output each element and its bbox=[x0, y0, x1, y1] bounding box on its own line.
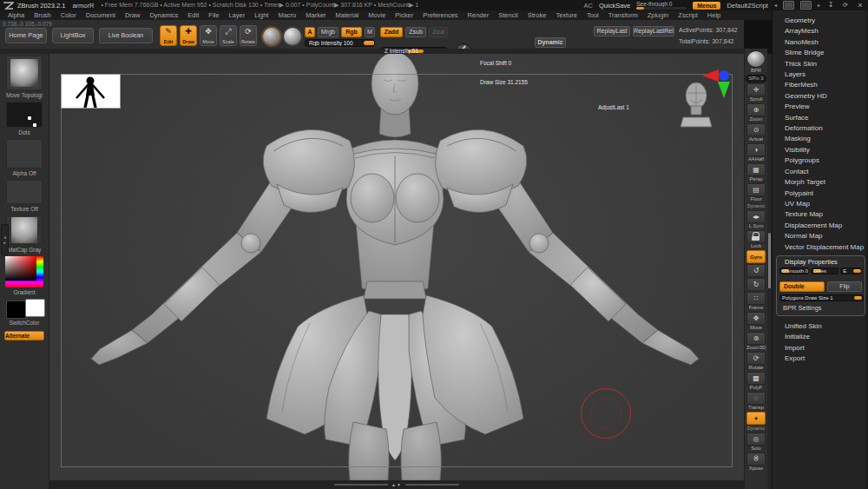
tray-thumbnail[interactable] bbox=[6, 56, 43, 90]
menu-item[interactable]: Transform bbox=[608, 11, 638, 19]
draw-size-slider[interactable]: Draw Size 31.2155 bbox=[476, 78, 531, 86]
gyro-button[interactable]: Gyro bbox=[746, 250, 766, 263]
tool-palette-section[interactable]: Morph Target bbox=[773, 177, 868, 188]
aahalf-button[interactable]: ◑ AAHalf bbox=[746, 143, 766, 162]
menus-button[interactable]: Menus bbox=[693, 2, 720, 10]
floor-button[interactable]: ▤ Floor bbox=[746, 183, 766, 202]
tool-palette-section[interactable]: Contact bbox=[773, 167, 868, 177]
tool-palette-section[interactable]: Layers bbox=[773, 69, 868, 80]
replay-last-button[interactable]: ReplayLast bbox=[594, 26, 630, 36]
mrgb-button[interactable]: Mrgb bbox=[318, 27, 339, 37]
close-icon[interactable] bbox=[856, 1, 865, 10]
menu-item[interactable]: Zscript bbox=[678, 11, 698, 19]
tool-palette-section[interactable]: Export bbox=[773, 354, 868, 364]
flip-button[interactable]: Flip bbox=[827, 281, 862, 292]
ghost-button[interactable]: ✦ bbox=[746, 412, 766, 425]
switch-color-swatches[interactable]: SwitchColor bbox=[0, 299, 49, 326]
home-page-button[interactable]: Home Page bbox=[5, 28, 47, 43]
camera-axis-gizmo[interactable] bbox=[701, 66, 738, 99]
spix-slider[interactable]: SPix 3 bbox=[746, 75, 766, 83]
tool-palette-section[interactable]: Displacement Map bbox=[773, 221, 868, 231]
display-properties-title[interactable]: Display Properties bbox=[779, 258, 862, 267]
tool-palette-section[interactable]: Surface bbox=[773, 113, 868, 123]
alpha-thumbnail[interactable]: Alpha Off bbox=[0, 139, 49, 176]
menu-item[interactable]: Texture bbox=[556, 11, 577, 19]
tool-palette-section[interactable]: Geometry bbox=[773, 16, 868, 26]
menu-item[interactable]: Alpha bbox=[8, 11, 24, 19]
menu-item[interactable]: Macro bbox=[278, 11, 296, 19]
solo-button[interactable]: ◎ Solo bbox=[746, 433, 766, 452]
dynamic-label-2[interactable]: Dynamic bbox=[746, 426, 766, 432]
menu-item[interactable]: Layer bbox=[228, 11, 245, 19]
draw-button[interactable]: ✚ Draw bbox=[180, 25, 197, 46]
ui-layout-icon-2[interactable] bbox=[800, 1, 812, 10]
menu-item[interactable]: Help bbox=[707, 11, 720, 19]
polygons-draw-size-slider[interactable]: Polygons Draw Size 1 bbox=[779, 294, 864, 301]
rgb-button[interactable]: Rgb bbox=[341, 27, 362, 37]
bpr-button[interactable]: BPR bbox=[746, 50, 766, 74]
zsub-button[interactable]: Zsub bbox=[405, 27, 426, 37]
a-button[interactable]: A bbox=[305, 27, 315, 37]
dynamic-label[interactable]: Dynamic bbox=[746, 203, 766, 209]
tool-palette-section[interactable]: Vector Displacement Map bbox=[773, 242, 868, 253]
menu-item[interactable]: File bbox=[208, 11, 219, 19]
zoom3d-button[interactable]: ⊛ Zoom3D bbox=[746, 332, 766, 351]
scrollbar-thumb[interactable] bbox=[768, 233, 771, 288]
menu-item[interactable]: Zplugin bbox=[648, 11, 669, 19]
tool-palette-section[interactable]: Visibility bbox=[773, 145, 868, 155]
restore-icon[interactable] bbox=[841, 1, 850, 10]
frame-button[interactable]: ∷ Frame bbox=[746, 292, 766, 311]
tool-palette-section[interactable]: Masking bbox=[773, 134, 868, 144]
menu-item[interactable]: Draw bbox=[125, 11, 141, 19]
double-button[interactable]: Double bbox=[779, 281, 825, 292]
live-boolean-button[interactable]: Live Boolean bbox=[99, 28, 153, 43]
brush-thumbnail[interactable]: Move Topologi bbox=[0, 56, 49, 98]
lock-camera-button[interactable]: Lock bbox=[746, 230, 766, 249]
color-picker[interactable]: Gradient bbox=[0, 256, 49, 295]
menu-item[interactable]: Brush bbox=[34, 11, 51, 19]
tool-palette-section[interactable]: Thick Skin bbox=[773, 59, 868, 69]
tool-palette-section[interactable]: Normal Map bbox=[773, 231, 868, 241]
tool-palette-section[interactable]: Polygroups bbox=[773, 155, 868, 166]
tool-palette-section[interactable]: NanoMesh bbox=[773, 37, 868, 48]
minimize-icon[interactable] bbox=[826, 1, 835, 10]
xpose-button[interactable]: ※ Xpose bbox=[746, 453, 766, 472]
tray-thumbnail[interactable] bbox=[6, 102, 43, 128]
local-symmetry-button[interactable]: ◂▸ L.Sym bbox=[746, 210, 766, 229]
lightbox-button[interactable]: LightBox bbox=[52, 28, 94, 43]
rotate-mode-button[interactable]: ⟳ Rotate bbox=[240, 25, 257, 46]
menu-item[interactable]: Light bbox=[254, 11, 268, 19]
move-3d-button[interactable]: ✥ Move bbox=[746, 312, 766, 331]
zcut-button[interactable]: Zcut bbox=[429, 27, 448, 37]
tray-thumbnail[interactable] bbox=[6, 139, 43, 169]
menu-item[interactable]: Stencil bbox=[498, 11, 518, 19]
tool-palette-section[interactable]: Polypaint bbox=[773, 188, 868, 199]
rotate-3d-button[interactable]: ⟳ Rotate bbox=[746, 352, 766, 371]
texture-thumbnail[interactable]: Texture Off bbox=[0, 180, 49, 212]
tray-thumbnail[interactable] bbox=[4, 299, 44, 318]
actual-button[interactable]: ⊙ Actual bbox=[746, 123, 766, 142]
next-ui-arrow-icon[interactable]: ▸ bbox=[818, 2, 820, 9]
persp-button[interactable]: ▦ Persp bbox=[746, 163, 766, 182]
tray-toggle-arrows-icon[interactable] bbox=[391, 482, 402, 487]
scroll-button[interactable]: ✛ Scroll bbox=[746, 83, 766, 102]
tool-palette-section[interactable]: Unified Skin bbox=[773, 321, 868, 332]
spin-right-button[interactable]: ↻ bbox=[746, 278, 766, 291]
alternate-button[interactable]: Alternate bbox=[0, 329, 49, 340]
tool-palette-section[interactable]: Geometry HD bbox=[773, 91, 868, 102]
see-through-slider[interactable]: See-through 0 bbox=[636, 2, 687, 10]
bottom-tray-divider[interactable] bbox=[49, 480, 744, 489]
dres-slider[interactable]: DRes bbox=[811, 268, 838, 274]
material-preview-ball[interactable] bbox=[282, 26, 303, 47]
polyframe-button[interactable]: ▩ PolyF bbox=[746, 372, 766, 391]
tray-thumbnail[interactable] bbox=[6, 180, 43, 204]
replay-last-rel-button[interactable]: ReplayLastRel bbox=[633, 26, 674, 36]
tool-palette-section[interactable]: Deformation bbox=[773, 123, 868, 134]
quicksave-button[interactable]: QuickSave bbox=[599, 2, 630, 10]
scale-mode-button[interactable]: ⤢ Scale bbox=[220, 25, 237, 46]
default-zscript-button[interactable]: DefaultZScript bbox=[727, 2, 768, 10]
tool-palette-section[interactable]: Slime Bridge bbox=[773, 48, 868, 58]
menu-item[interactable]: Tool bbox=[587, 11, 599, 19]
dynamic-button[interactable]: Dynamic bbox=[535, 37, 566, 48]
tool-palette-section[interactable]: Preview bbox=[773, 102, 868, 112]
